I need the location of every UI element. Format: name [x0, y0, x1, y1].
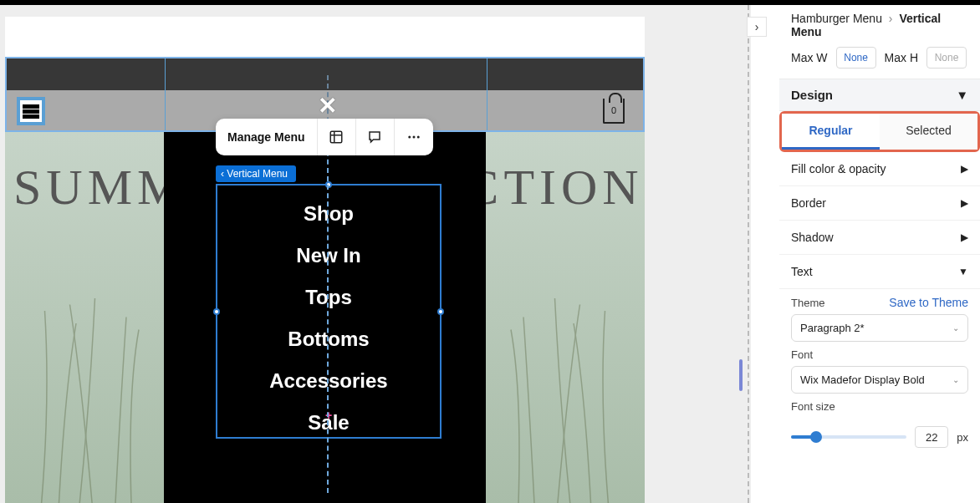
max-height-input[interactable]: None	[926, 47, 967, 69]
max-height-label: Max H	[885, 51, 918, 64]
prop-border-label: Border	[791, 196, 826, 210]
menu-item[interactable]: New In	[296, 244, 360, 267]
menu-item[interactable]: Shop	[304, 202, 354, 226]
vertical-menu-items: Shop New In Tops Bottoms Accessories Sal…	[217, 185, 440, 434]
font-size-label: Font size	[791, 400, 835, 413]
canvas-scroll-indicator[interactable]	[739, 359, 743, 391]
font-value: Wix Madefor Display Bold	[800, 373, 925, 386]
chevron-down-icon: ▼	[958, 266, 968, 277]
max-width-label: Max W	[791, 51, 828, 64]
cart-count: 0	[611, 105, 616, 115]
page-canvas[interactable]: SUMMER COLLECTION +	[5, 17, 645, 503]
cart-icon[interactable]: 0	[603, 99, 625, 124]
theme-field: Theme Save to Theme Paragraph 2* ⌄	[779, 289, 980, 342]
chevron-down-icon: ▼	[956, 88, 968, 102]
prop-shadow[interactable]: Shadow ▶	[779, 221, 980, 255]
breadcrumb-separator: ›	[889, 12, 893, 25]
design-section-header[interactable]: Design ▼	[779, 79, 980, 111]
svg-rect-0	[330, 131, 342, 143]
svg-point-5	[416, 136, 419, 139]
chevron-right-icon: ▶	[961, 163, 968, 175]
prop-text-label: Text	[791, 265, 813, 278]
chevron-down-icon: ⌄	[952, 323, 959, 333]
layout-icon[interactable]	[318, 119, 356, 155]
chevron-down-icon: ⌄	[952, 375, 959, 384]
editor-workspace: SUMMER COLLECTION +	[0, 5, 751, 503]
resize-handle-right[interactable]	[437, 308, 444, 315]
design-label: Design	[791, 88, 833, 102]
hamburger-button[interactable]	[17, 97, 45, 125]
panel-divider[interactable]	[748, 5, 749, 503]
tab-selected[interactable]: Selected	[880, 114, 977, 150]
chevron-right-icon: ▶	[961, 197, 968, 209]
more-icon[interactable]	[395, 119, 433, 155]
prop-text[interactable]: Text ▼	[779, 255, 980, 289]
theme-label: Theme	[791, 297, 824, 309]
font-field: Font Wix Madefor Display Bold ⌄	[779, 342, 980, 394]
design-state-tabs: Regular Selected	[779, 111, 980, 152]
element-type-tag[interactable]: Vertical Menu	[216, 165, 296, 182]
font-size-control: 22 px	[779, 418, 980, 448]
font-size-input[interactable]: 22	[915, 426, 948, 448]
max-width-input[interactable]: None	[836, 47, 876, 69]
svg-point-3	[408, 136, 411, 139]
resize-handle-left[interactable]	[213, 308, 220, 315]
font-select[interactable]: Wix Madefor Display Bold ⌄	[791, 366, 968, 394]
comment-icon[interactable]	[356, 119, 395, 155]
font-size-field: Font size	[779, 394, 980, 413]
font-label: Font	[791, 348, 813, 361]
element-toolbar: Manage Menu	[216, 119, 433, 155]
save-to-theme-link[interactable]: Save to Theme	[889, 296, 968, 309]
prop-fill-label: Fill color & opacity	[791, 162, 886, 175]
tab-regular[interactable]: Regular	[782, 114, 880, 150]
chevron-right-icon: ▶	[961, 231, 968, 243]
theme-select[interactable]: Paragraph 2* ⌄	[791, 314, 968, 342]
prop-shadow-label: Shadow	[791, 231, 834, 244]
prop-fill[interactable]: Fill color & opacity ▶	[779, 152, 980, 186]
theme-value: Paragraph 2*	[800, 322, 865, 334]
breadcrumb: Hamburger Menu › Vertical Menu	[779, 5, 980, 47]
prop-border[interactable]: Border ▶	[779, 186, 980, 221]
menu-item[interactable]: Accessories	[269, 369, 387, 393]
dimensions-row: Max W None Max H None	[779, 47, 980, 79]
grass-decor-right	[469, 286, 645, 503]
font-size-unit[interactable]: px	[957, 431, 968, 444]
font-size-slider[interactable]	[791, 435, 906, 439]
vertical-menu-selection[interactable]: + Shop New In Tops Bottoms Accessories S…	[216, 184, 442, 439]
close-icon[interactable]: ✕	[318, 92, 337, 119]
collapse-panel-button[interactable]: ›	[747, 17, 767, 37]
manage-menu-button[interactable]: Manage Menu	[216, 119, 318, 155]
grass-decor-left	[5, 286, 181, 503]
inspector-panel: Hamburger Menu › Vertical Menu Max W Non…	[779, 5, 980, 503]
breadcrumb-parent[interactable]: Hamburger Menu	[791, 12, 882, 25]
svg-point-4	[412, 136, 415, 139]
